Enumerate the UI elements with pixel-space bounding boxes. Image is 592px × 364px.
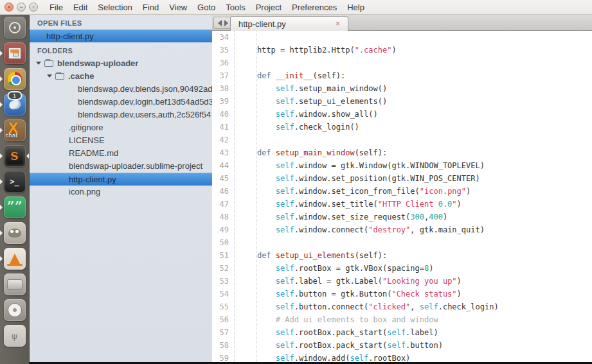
code-token-plain [238,200,276,209]
terminal-prompt-icon: >_ [10,177,19,186]
cd-disc-icon[interactable] [4,299,26,321]
gimp-icon[interactable] [4,222,26,244]
drawer-icon [8,48,21,59]
code-token-plain: .setup_ui_elements() [294,97,388,106]
chrome-browser-icon[interactable] [4,68,26,90]
tab-close-icon[interactable]: × [336,20,340,28]
menu-preferences[interactable]: Preferences [287,3,342,12]
code-token-plain [238,264,276,273]
tree-file-http-client.py[interactable]: http-client.py [30,173,212,186]
menu-edit[interactable]: Edit [68,3,93,12]
code-line[interactable]: 44 self.window = gtk.Window(gtk.WINDOW_T… [212,159,592,172]
menu-items: FileEditSelectionFindViewGotoToolsProjec… [44,3,370,12]
code-token-self: self [387,328,406,337]
code-line[interactable]: 42 [212,134,592,146]
file-manager-icon[interactable] [4,42,26,64]
code-token-self: self [276,302,294,311]
code-line[interactable]: 55 self.button.connect("clicked", self.c… [212,300,592,313]
vlc-icon[interactable] [4,248,26,270]
code-token-plain: , gtk.main_quit) [410,225,485,234]
code-token-self: self [276,264,294,273]
menu-goto[interactable]: Goto [192,3,220,12]
tree-file-blendswap.dev-users-auth-2c526f54[interactable]: blendswap.dev,users,auth,2c526f54 [30,108,212,121]
xchat-icon[interactable]: Xchat [4,119,26,141]
code-token-plain: .window.connect( [294,225,369,234]
tree-folder-.cache[interactable]: .cache [30,70,212,83]
code-token-num: 400 [429,212,443,221]
menu-help[interactable]: Help [342,3,370,12]
line-number: 52 [212,262,229,275]
tab-next-icon[interactable] [224,20,228,26]
code-line[interactable]: 34 [212,31,592,44]
usb-drive-icon[interactable]: ψ [4,325,26,347]
code-token-plain: .button = gtk.Button( [294,290,392,299]
code-line[interactable]: 46 self.window.set_icon_from_file("icon.… [212,185,592,198]
code-line[interactable]: 48 self.window.set_size_request(300,400) [212,211,592,223]
code-line[interactable]: 36 [212,56,592,69]
expander-arrow-icon[interactable] [47,74,52,78]
code-token-plain: .window.add( [294,354,350,362]
code-area[interactable]: 3435 http = httplib2.Http(".cache")3637 … [212,31,592,362]
tree-file-blendswap.dev-blends.json-90492ad[interactable]: blendswap.dev,blends.json,90492ad [30,83,212,96]
quote-icon: ”” [6,198,22,217]
ubuntu-dash-icon[interactable] [4,17,26,39]
hard-disk-drive-icon[interactable] [4,273,26,295]
code-line[interactable]: 47 self.window.set_title("HTTP Client 0.… [212,198,592,211]
code-token-self: self [276,225,294,234]
code-line[interactable]: 45 self.window.set_position(gtk.WIN_POS_… [212,172,592,185]
tree-file-icon.png[interactable]: icon.png [30,186,212,198]
close-window-button[interactable]: × [4,3,13,12]
code-line[interactable]: 49 self.window.connect("destroy", gtk.ma… [212,223,592,236]
maximize-window-button[interactable]: ▫ [29,3,38,12]
menu-find[interactable]: Find [138,3,164,12]
code-token-plain: .rootBox.pack_start( [294,328,388,337]
code-line[interactable]: 40 self.window.show_all() [212,108,592,121]
code-token-plain: ) [391,46,396,55]
tree-file-readme.md[interactable]: README.md [30,147,212,160]
hangouts-icon[interactable]: ”” [4,196,26,218]
code-token-str: "clicked" [368,302,410,311]
code-line[interactable]: 35 http = httplib2.Http(".cache") [212,44,592,56]
code-token-plain: (self): [313,71,346,80]
code-token-plain [238,123,276,132]
code-line[interactable]: 37 def __init__(self): [212,69,592,82]
code-token-num: 300 [410,212,424,221]
open-file-item[interactable]: http-client.py [30,30,212,42]
tab-http-client[interactable]: http-client.py × [230,16,348,31]
menu-file[interactable]: File [44,3,68,12]
menu-project[interactable]: Project [251,3,287,12]
code-line[interactable]: 50 [212,236,592,249]
tree-file-license[interactable]: LICENSE [30,134,212,147]
code-line[interactable]: 56 # Add ui elements to box and window [212,313,592,326]
tree-file-blendswap-uploader.sublime-project[interactable]: blendswap-uploader.sublime-project [30,160,212,173]
code-line[interactable]: 41 self.check_login() [212,121,592,134]
code-line[interactable]: 54 self.button = gtk.Button("Check statu… [212,288,592,300]
code-line[interactable]: 39 self.setup_ui_elements() [212,95,592,108]
code-line[interactable]: 57 self.rootBox.pack_start(self.label) [212,326,592,339]
line-number: 38 [212,82,229,95]
menu-view[interactable]: View [164,3,192,12]
tab-prev-icon[interactable] [218,20,222,26]
code-line[interactable]: 38 self.setup_main_window() [212,82,592,95]
expander-arrow-icon[interactable] [36,62,41,65]
code-line[interactable]: 58 self.rootBox.pack_start(self.button) [212,339,592,352]
code-line[interactable]: 51 def setup_ui_elements(self): [212,249,592,262]
vlc-cone-icon [10,254,20,264]
tree-file-.gitignore[interactable]: .gitignore [30,121,212,134]
code-token-plain: .button.connect( [294,302,369,311]
line-number: 46 [212,185,229,198]
code-line[interactable]: 43 def setup_main_window(self): [212,146,592,159]
menu-selection[interactable]: Selection [93,3,137,12]
gimp-wilber-icon [8,229,21,238]
tree-file-blendswap.dev-login-bef13d54ad5d3[interactable]: blendswap.dev,login,bef13d54ad5d3 [30,96,212,108]
minimize-window-button[interactable]: − [17,3,26,12]
code-line[interactable]: 52 self.rootBox = gtk.VBox(spacing=8) [212,262,592,275]
code-line[interactable]: 53 self.label = gtk.Label("Looking you u… [212,275,592,288]
launcher-item-xchat: Xchat [0,117,29,143]
code-line[interactable]: 59 self.window.add(self.rootBox) [212,352,592,362]
terminal-icon[interactable]: >_ [4,171,26,193]
line-number: 42 [212,134,229,146]
menu-tools[interactable]: Tools [220,3,250,12]
tree-folder-blendswap-uploader[interactable]: blendswap-uploader [30,57,212,70]
sublime-text-icon[interactable]: S [4,145,26,167]
